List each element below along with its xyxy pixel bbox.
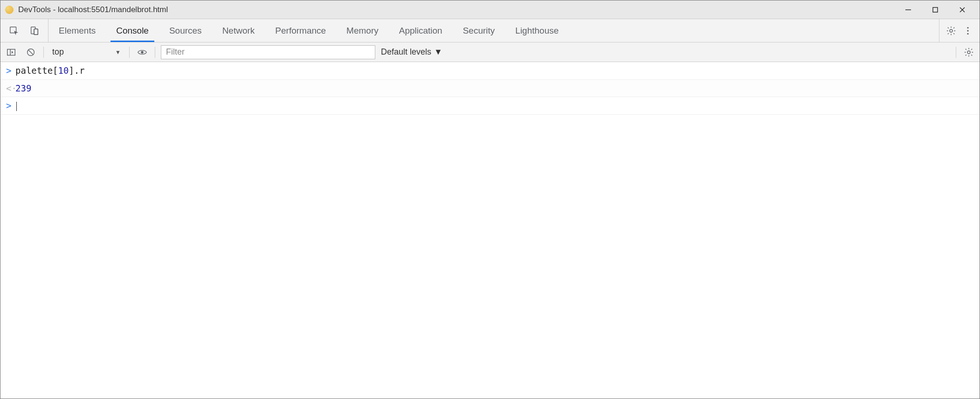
result-chevron-icon: <·	[6, 82, 15, 95]
gear-icon	[946, 26, 956, 36]
ban-icon	[26, 47, 36, 57]
tab-elements[interactable]: Elements	[48, 19, 106, 42]
toggle-drawer-button[interactable]	[4, 45, 18, 59]
tab-network[interactable]: Network	[212, 19, 265, 42]
prompt-chevron-icon: >	[6, 99, 15, 112]
console-result-text: 239	[15, 82, 975, 95]
console-body[interactable]: >palette[10].r<·239>	[0, 62, 980, 399]
svg-line-15	[28, 49, 33, 54]
close-icon	[959, 6, 966, 14]
tab-security[interactable]: Security	[453, 19, 505, 42]
divider	[129, 47, 130, 58]
input-chevron-icon: >	[6, 64, 15, 77]
chevron-down-icon: ▼	[115, 49, 121, 56]
context-label: top	[52, 47, 64, 57]
svg-point-17	[967, 51, 970, 54]
tab-label: Memory	[346, 26, 379, 36]
more-button[interactable]	[961, 24, 975, 38]
tab-label: Elements	[59, 26, 96, 36]
divider	[43, 47, 44, 58]
maximize-icon	[932, 6, 939, 14]
console-result-row: <·239	[0, 80, 980, 98]
tab-performance[interactable]: Performance	[265, 19, 336, 42]
settings-button[interactable]	[944, 24, 958, 38]
tab-memory[interactable]: Memory	[336, 19, 389, 42]
minimize-icon	[904, 6, 912, 14]
tabbar-right-icons	[939, 19, 980, 42]
svg-point-11	[967, 33, 968, 34]
tabs-list: ElementsConsoleSourcesNetworkPerformance…	[48, 19, 939, 42]
log-levels-label: Default levels	[381, 47, 431, 57]
live-expression-button[interactable]	[135, 45, 149, 59]
svg-point-8	[950, 29, 952, 32]
divider	[956, 47, 956, 58]
console-toolbar: top ▼ Default levels ▼	[0, 42, 980, 62]
eye-icon	[137, 47, 147, 57]
svg-point-9	[967, 27, 968, 28]
inspect-element-button[interactable]	[7, 24, 21, 38]
tab-label: Performance	[275, 26, 326, 36]
tab-console[interactable]: Console	[106, 19, 159, 42]
device-toolbar-button[interactable]	[28, 24, 41, 38]
devtools-favicon	[5, 6, 14, 14]
tab-lighthouse[interactable]: Lighthouse	[505, 19, 569, 42]
gear-icon	[964, 47, 974, 57]
filter-input[interactable]	[161, 45, 375, 59]
console-settings-button[interactable]	[962, 45, 976, 59]
context-selector[interactable]: top ▼	[49, 45, 124, 59]
console-input-text: palette[10].r	[15, 64, 975, 77]
close-button[interactable]	[949, 0, 976, 19]
device-toolbar-icon	[29, 26, 40, 36]
sidebar-toggle-icon	[6, 47, 16, 57]
text-caret	[16, 102, 17, 111]
tabbar: ElementsConsoleSourcesNetworkPerformance…	[0, 19, 980, 42]
titlebar: DevTools - localhost:5501/mandelbrot.htm…	[0, 0, 980, 19]
console-input-row: >palette[10].r	[0, 62, 980, 80]
console-prompt-input[interactable]	[15, 99, 975, 112]
chevron-down-icon: ▼	[434, 47, 442, 57]
svg-point-10	[967, 30, 968, 31]
tab-label: Security	[463, 26, 495, 36]
tab-sources[interactable]: Sources	[159, 19, 212, 42]
tab-label: Sources	[169, 26, 202, 36]
minimize-button[interactable]	[895, 0, 922, 19]
maximize-button[interactable]	[922, 0, 949, 19]
tab-label: Application	[399, 26, 442, 36]
window-title: DevTools - localhost:5501/mandelbrot.htm…	[18, 5, 168, 14]
svg-rect-12	[7, 49, 15, 55]
tab-label: Console	[116, 26, 149, 36]
tab-application[interactable]: Application	[389, 19, 453, 42]
devtools-window: DevTools - localhost:5501/mandelbrot.htm…	[0, 0, 980, 399]
svg-rect-1	[933, 7, 938, 12]
clear-console-button[interactable]	[24, 45, 38, 59]
svg-point-16	[141, 51, 144, 54]
tab-label: Lighthouse	[515, 26, 559, 36]
console-prompt-row[interactable]: >	[0, 97, 980, 115]
divider	[155, 47, 155, 58]
inspect-element-icon	[9, 26, 19, 36]
tabbar-left-icons	[0, 19, 48, 42]
svg-rect-6	[34, 29, 38, 35]
log-levels-selector[interactable]: Default levels ▼	[381, 47, 442, 57]
tab-label: Network	[222, 26, 255, 36]
dots-vertical-icon	[963, 26, 973, 36]
